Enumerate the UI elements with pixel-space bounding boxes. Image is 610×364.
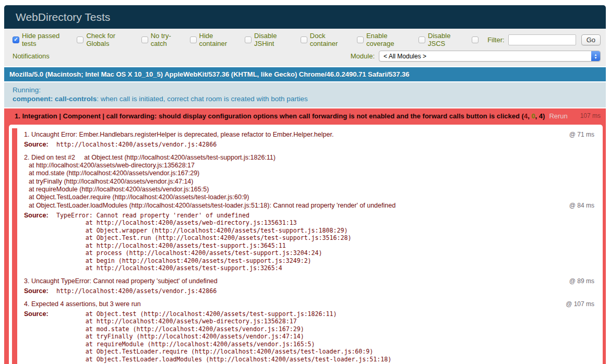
toolbar-row-1: ✓Hide passed testsCheck for GlobalsNo tr… [13,32,601,47]
checkbox-enable-coverage[interactable] [357,37,364,43]
toolbar: ✓Hide passed testsCheck for GlobalsNo tr… [4,29,606,67]
checkbox-item-no-try-catch: No try-catch [141,32,184,47]
toolbar-row-2: Notifications Module: < All Modules > ▲▼ [13,51,601,62]
checkbox-label-disable-jscs[interactable]: Disable JSCS [428,32,465,47]
checkbox-label-hide-container[interactable]: Hide container [199,32,238,47]
assertion-message-line: at requireModule (http://localhost:4200/… [24,186,594,193]
checkbox-disable-jscs[interactable] [418,37,425,43]
source-label: Source: [24,212,56,220]
assertion-message-line: @ 71 ms1. Uncaught Error: Ember.Handleba… [24,131,594,139]
checkbox-notifications[interactable] [472,37,479,43]
filter-label: Filter: [487,36,505,44]
assertion-runtime: @ 71 ms [569,131,594,139]
assertion-source-row: Source:http://localhost:4200/assets/vend… [24,287,594,295]
checkbox-check-for-globals[interactable] [77,37,83,43]
failed-test-body: @ 71 ms1. Uncaught Error: Ember.Handleba… [4,124,606,364]
test-number: 1. [15,112,20,120]
checkbox-label-dock-container[interactable]: Dock container [310,32,351,47]
failed-count: 4 [524,112,528,120]
assertion-runtime: @ 84 ms [569,202,594,210]
test-title: Integration | Component | call forwardin… [22,112,519,120]
checkbox-list: ✓Hide passed testsCheck for GlobalsNo tr… [13,32,487,47]
module-select[interactable]: < All Modules > ▲▼ [379,51,601,62]
checkbox-item-hide-container: Hide container [190,32,238,47]
assertion-message-line: at http://localhost:4200/assets/web-dire… [24,162,594,169]
checkbox-hide-passed-tests[interactable]: ✓ [13,37,19,43]
assertion-message-line: at Object.TestLoader.require (http://loc… [24,193,594,201]
assertion-message-line: at tryFinally (http://localhost:4200/ass… [24,178,594,186]
source-label: Source: [24,310,56,318]
checkbox-label-check-for-globals[interactable]: Check for Globals [86,32,135,47]
assertion-message-line: @ 107 ms4. Expected 4 assertions, but 3 … [24,300,594,308]
checkbox-item-disable-jshint: Disable JSHint [245,32,294,47]
failed-test-block: 107 ms 1. Integration | Component | call… [4,108,606,364]
checkbox-label-hide-passed-tests[interactable]: Hide passed tests [22,32,70,47]
page-title-text: WebDirectory Tests [16,11,110,23]
rerun-link[interactable]: Rerun [549,112,567,120]
checkbox-item-check-for-globals: Check for Globals [77,32,135,47]
checkbox-item-enable-coverage: Enable coverage [357,32,412,47]
running-test-desc: : when call is initiated, correct chat r… [97,95,307,103]
assertion-message-line: @ 89 ms3. Uncaught TypeError: Cannot rea… [24,277,594,285]
page-title: WebDirectory Tests [4,5,606,29]
source-label: Source: [24,287,56,295]
assertion-item: 2. Died on test #2 at Object.test (http:… [12,151,600,275]
checkbox-no-try-catch[interactable] [141,37,148,43]
go-button[interactable]: Go [581,34,601,45]
assertion-message-line: 2. Died on test #2 at Object.test (http:… [24,154,594,162]
passed-count: 0 [531,112,535,120]
assertion-message-line: @ 84 msat Object.TestLoader.loadModules … [24,202,594,210]
assertion-item: @ 89 ms3. Uncaught TypeError: Cannot rea… [12,275,600,298]
assertion-source-row: Source:http://localhost:4200/assets/vend… [24,141,594,149]
failed-test-header[interactable]: 107 ms 1. Integration | Component | call… [4,108,606,124]
assertion-source-row: Source: at Object.test (http://localhost… [24,310,594,363]
assertion-item: @ 107 ms4. Expected 4 assertions, but 3 … [12,298,600,364]
running-label: Running: [13,86,597,94]
source-stack-trace: http://localhost:4200/assets/vendor.js:4… [56,287,217,295]
running-test-name: component: call-controls [13,95,97,103]
test-counts: (4, 0, 4) [522,112,545,120]
checkbox-item-disable-jscs: Disable JSCS [418,32,465,47]
module-label: Module: [351,52,375,60]
checkbox-label-notifications[interactable]: Notifications [13,52,50,60]
assertion-runtime: @ 89 ms [569,277,594,285]
checkbox-label-disable-jshint[interactable]: Disable JSHint [254,32,294,47]
checkbox-item-notifications [472,37,481,43]
assertion-list: @ 71 ms1. Uncaught Error: Ember.Handleba… [9,125,603,364]
checkbox-item-hide-passed-tests: ✓Hide passed tests [13,32,70,47]
filter-group: Filter: Go [487,34,601,45]
checkbox-label-no-try-catch[interactable]: No try-catch [151,32,184,47]
checkbox-dock-container[interactable] [301,37,307,43]
user-agent-banner: Mozilla/5.0 (Macintosh; Intel Mac OS X 1… [4,67,606,82]
assertion-runtime: @ 107 ms [566,300,594,308]
checkbox-item-dock-container: Dock container [301,32,351,47]
assertion-message-line: at mod.state (http://localhost:4200/asse… [24,169,594,177]
total-count: 4 [539,112,543,120]
assertion-item: @ 71 ms1. Uncaught Error: Ember.Handleba… [12,128,600,151]
qunit-app: WebDirectory Tests ✓Hide passed testsChe… [4,5,606,364]
module-select-value: < All Modules > [379,53,591,60]
module-group: Module: < All Modules > ▲▼ [351,51,601,62]
chevron-up-down-icon: ▲▼ [591,51,600,61]
filter-input[interactable] [508,34,576,45]
source-stack-trace: at Object.test (http://localhost:4200/as… [56,310,391,363]
running-test: component: call-controls: when call is i… [13,94,597,103]
source-label: Source: [24,141,56,149]
test-runtime: 107 ms [580,112,601,120]
checkbox-disable-jshint[interactable] [245,37,252,43]
source-stack-trace: TypeError: Cannot read property 'render'… [56,212,351,272]
test-result-bar: Running: component: call-controls: when … [4,82,606,108]
source-stack-trace: http://localhost:4200/assets/vendor.js:4… [56,141,217,149]
checkbox-hide-container[interactable] [190,37,197,43]
assertion-source-row: Source:TypeError: Cannot read property '… [24,212,594,272]
checkbox-label-enable-coverage[interactable]: Enable coverage [366,32,412,47]
